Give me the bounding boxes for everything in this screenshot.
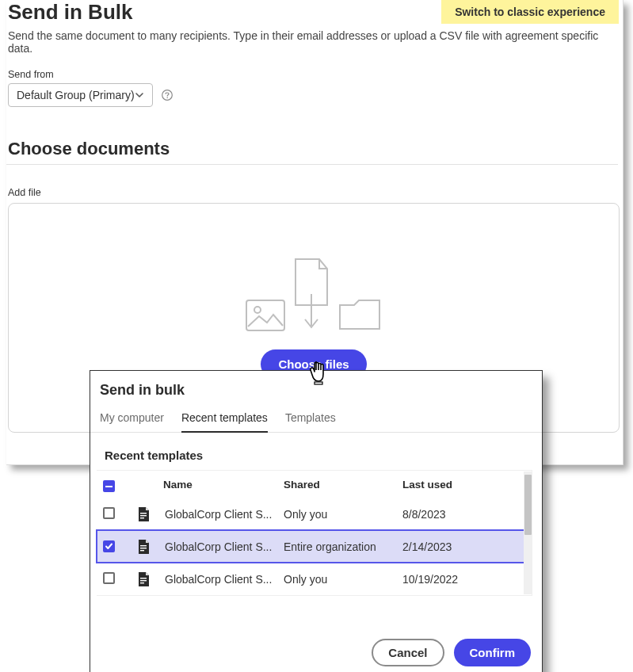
list-title: Recent templates xyxy=(90,433,542,470)
tab-my-computer[interactable]: My computer xyxy=(100,407,164,432)
cell-last-used: 10/19/2022 xyxy=(402,573,525,586)
cell-last-used: 2/14/2023 xyxy=(402,540,525,553)
cell-name: GlobalCorp Client S... xyxy=(165,508,284,521)
table-row[interactable]: GlobalCorp Client S... Entire organizati… xyxy=(97,530,532,563)
row-checkbox[interactable] xyxy=(103,540,115,552)
col-name: Name xyxy=(163,479,284,491)
col-shared: Shared xyxy=(284,479,402,491)
send-from-value: Default Group (Primary) xyxy=(17,89,135,101)
scrollbar-thumb[interactable] xyxy=(524,475,532,535)
table-header: Name Shared Last used xyxy=(97,471,532,498)
dialog-title: Send in bulk xyxy=(90,371,542,407)
confirm-button[interactable]: Confirm xyxy=(454,639,532,666)
svg-rect-13 xyxy=(140,580,147,581)
document-icon xyxy=(136,506,165,522)
table-row[interactable]: GlobalCorp Client S... Only you 10/19/20… xyxy=(97,563,532,595)
svg-rect-10 xyxy=(140,548,147,548)
svg-rect-7 xyxy=(140,515,147,516)
cell-shared: Only you xyxy=(284,573,402,586)
document-icon xyxy=(136,571,165,587)
row-checkbox[interactable] xyxy=(103,507,115,519)
svg-rect-9 xyxy=(140,545,147,546)
svg-rect-14 xyxy=(140,582,144,583)
choose-documents-heading: Choose documents xyxy=(6,107,618,165)
scrollbar[interactable] xyxy=(524,472,532,594)
svg-point-1 xyxy=(166,97,168,98)
folder-icon xyxy=(337,297,383,332)
help-icon[interactable] xyxy=(161,89,174,101)
svg-rect-11 xyxy=(140,550,144,551)
chevron-down-icon xyxy=(135,90,144,100)
document-icon xyxy=(136,539,165,555)
cell-name: GlobalCorp Client S... xyxy=(165,540,284,553)
cancel-button[interactable]: Cancel xyxy=(372,639,444,666)
page-subtitle: Send the same document to many recipient… xyxy=(6,29,623,69)
svg-rect-2 xyxy=(246,300,284,330)
document-arrow-icon xyxy=(291,258,332,332)
send-from-label: Send from xyxy=(6,69,623,83)
tab-templates[interactable]: Templates xyxy=(285,407,336,432)
dropzone-graphic xyxy=(245,258,383,332)
table-row[interactable]: GlobalCorp Client S... Only you 8/8/2023 xyxy=(97,498,532,530)
send-from-select[interactable]: Default Group (Primary) xyxy=(8,83,153,107)
switch-classic-banner[interactable]: Switch to classic experience xyxy=(441,0,619,24)
cell-shared: Entire organization xyxy=(284,540,402,553)
row-checkbox[interactable] xyxy=(103,572,115,584)
select-all-checkbox[interactable] xyxy=(103,480,115,492)
add-file-label: Add file xyxy=(6,165,623,203)
svg-rect-12 xyxy=(140,578,147,578)
dialog-tabs: My computer Recent templates Templates xyxy=(90,407,542,433)
cell-shared: Only you xyxy=(284,508,402,521)
col-last-used: Last used xyxy=(402,479,525,491)
file-picker-dialog: Send in bulk My computer Recent template… xyxy=(90,370,543,672)
svg-rect-6 xyxy=(140,513,147,514)
cell-name: GlobalCorp Client S... xyxy=(165,573,284,586)
svg-point-3 xyxy=(254,307,261,313)
image-icon xyxy=(245,299,286,332)
tab-recent-templates[interactable]: Recent templates xyxy=(181,407,268,432)
cell-last-used: 8/8/2023 xyxy=(402,508,525,521)
svg-rect-8 xyxy=(140,517,144,518)
